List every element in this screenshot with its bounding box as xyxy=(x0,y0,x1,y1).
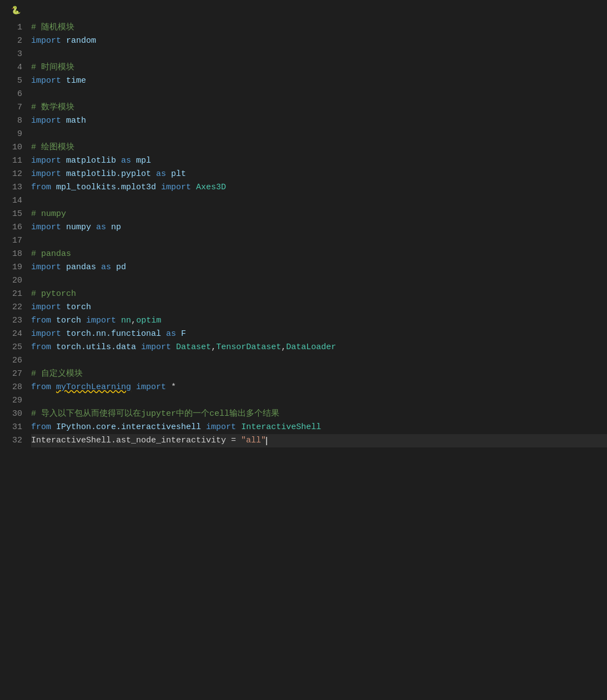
keyword-token: import xyxy=(31,76,61,85)
module-token: math xyxy=(66,116,86,125)
keyword-token: as xyxy=(96,223,106,232)
comment-token: # 随机模块 xyxy=(31,23,74,32)
plain-token xyxy=(61,116,66,125)
module-token: random xyxy=(66,36,96,46)
code-line xyxy=(31,354,607,367)
python-icon: 🐍 xyxy=(11,4,21,17)
keyword-token: import xyxy=(31,329,61,339)
plain-token xyxy=(51,422,56,432)
plain-token xyxy=(61,76,66,85)
module-token: torch.nn.functional xyxy=(66,329,161,339)
keyword-token: import xyxy=(86,316,116,325)
line-number: 1 xyxy=(9,21,22,34)
code-line: from torch import nn,optim xyxy=(31,314,607,328)
plain-token xyxy=(81,316,86,325)
code-line: # 导入以下包从而使得可以在jupyter中的一个cell输出多个结果 xyxy=(31,407,607,421)
module-token: pandas xyxy=(66,263,96,272)
line-number: 5 xyxy=(9,74,22,88)
code-line: import numpy as np xyxy=(31,221,607,234)
code-line: # pytorch xyxy=(31,288,607,301)
line-number: 2 xyxy=(9,34,22,48)
code-line: import torch xyxy=(31,301,607,314)
plain-token xyxy=(96,263,101,272)
module-token: myTorchLearning xyxy=(56,382,131,392)
plain-token xyxy=(51,316,56,325)
line-number: 16 xyxy=(9,221,22,234)
keyword-token: from xyxy=(31,343,51,352)
plain-token xyxy=(61,329,66,339)
plain-token xyxy=(116,156,121,165)
keyword-token: import xyxy=(136,382,166,392)
plain-token: InteractiveShell.ast_node_interactivity … xyxy=(31,436,241,445)
code-line: # pandas xyxy=(31,248,607,261)
imported-token: InteractiveShell xyxy=(241,422,321,432)
line-number: 23 xyxy=(9,314,22,328)
keyword-token: import xyxy=(31,169,61,179)
plain-token xyxy=(236,422,241,432)
line-number: 26 xyxy=(9,354,22,367)
line-number: 18 xyxy=(9,248,22,261)
line-number: 32 xyxy=(9,434,22,447)
code-line: # numpy xyxy=(31,208,607,221)
code-line: # 随机模块 xyxy=(31,21,607,34)
code-line: import torch.nn.functional as F xyxy=(31,328,607,341)
line-number: 4 xyxy=(9,61,22,74)
keyword-token: import xyxy=(31,303,61,312)
string-token: "all" xyxy=(241,436,266,445)
plain-token xyxy=(51,183,56,192)
comment-token: # pytorch xyxy=(31,289,76,299)
code-content[interactable]: # 随机模块import random # 时间模块import time # … xyxy=(31,21,607,447)
module-token: numpy xyxy=(66,223,91,232)
code-line xyxy=(31,274,607,288)
line-number: 28 xyxy=(9,381,22,394)
comment-token: # 自定义模块 xyxy=(31,369,83,379)
keyword-token: import xyxy=(206,422,236,432)
line-number: 17 xyxy=(9,234,22,248)
plain-token xyxy=(61,303,66,312)
code-line: from myTorchLearning import * xyxy=(31,381,607,394)
line-number: 19 xyxy=(9,261,22,274)
code-line xyxy=(31,48,607,61)
keyword-token: import xyxy=(31,263,61,272)
module-token: torch xyxy=(56,316,81,325)
breadcrumb: 🐍 xyxy=(0,0,607,21)
plain-token xyxy=(171,343,176,352)
code-line: InteractiveShell.ast_node_interactivity … xyxy=(31,434,607,447)
line-number: 12 xyxy=(9,168,22,181)
plain-token xyxy=(156,183,161,192)
comment-token: # 导入以下包从而使得可以在jupyter中的一个cell输出多个结果 xyxy=(31,409,279,419)
plain-token xyxy=(131,156,136,165)
code-line: import time xyxy=(31,74,607,88)
imported-token: optim xyxy=(136,316,161,325)
module-token: matplotlib xyxy=(66,156,116,165)
plain-token: , xyxy=(281,343,286,352)
line-number: 3 xyxy=(9,48,22,61)
keyword-token: from xyxy=(31,316,51,325)
plain-token xyxy=(131,382,136,392)
comment-token: # 数学模块 xyxy=(31,103,74,112)
comment-token: # numpy xyxy=(31,209,66,219)
line-number: 22 xyxy=(9,301,22,314)
comment-token: # pandas xyxy=(31,249,71,259)
line-number: 6 xyxy=(9,88,22,101)
line-number: 14 xyxy=(9,194,22,208)
imported-token: DataLoader xyxy=(286,343,336,352)
keyword-token: import xyxy=(31,116,61,125)
keyword-token: from xyxy=(31,422,51,432)
code-line: # 数学模块 xyxy=(31,101,607,114)
imported-token: Axes3D xyxy=(196,183,226,192)
code-line: from mpl_toolkits.mplot3d import Axes3D xyxy=(31,181,607,194)
keyword-token: as xyxy=(156,169,166,179)
keyword-token: as xyxy=(101,263,111,272)
keyword-token: import xyxy=(141,343,171,352)
plain-token xyxy=(136,343,141,352)
keyword-token: as xyxy=(121,156,131,165)
line-number: 20 xyxy=(9,274,22,288)
cursor xyxy=(266,437,267,445)
plain-token xyxy=(151,169,156,179)
code-line: import math xyxy=(31,114,607,128)
module-token: torch.utils.data xyxy=(56,343,136,352)
line-number: 8 xyxy=(9,114,22,128)
plain-token xyxy=(91,223,96,232)
line-number: 7 xyxy=(9,101,22,114)
